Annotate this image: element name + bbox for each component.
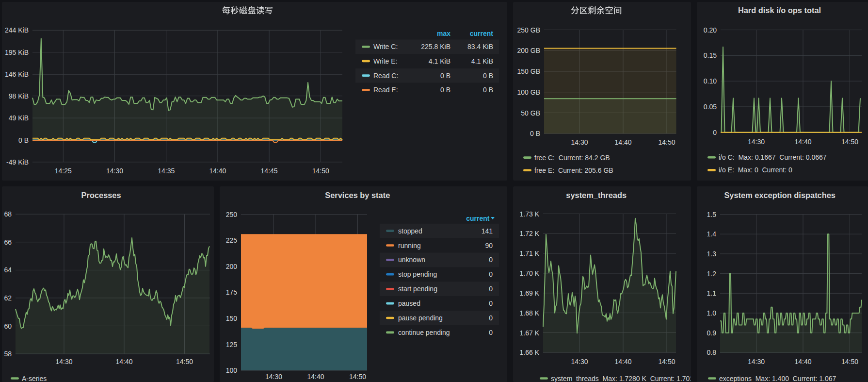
svg-text:0 B: 0 B xyxy=(483,72,493,80)
svg-text:14:50: 14:50 xyxy=(841,358,858,365)
svg-text:Write C:: Write C: xyxy=(373,43,398,50)
svg-text:Processes: Processes xyxy=(81,191,121,199)
svg-text:current: current xyxy=(466,215,490,222)
svg-text:14:40: 14:40 xyxy=(614,358,631,365)
svg-text:14:50: 14:50 xyxy=(658,358,675,365)
svg-text:0: 0 xyxy=(489,256,493,264)
svg-text:0.20: 0.20 xyxy=(704,26,717,34)
svg-text:start pending: start pending xyxy=(398,285,437,293)
svg-text:14:50: 14:50 xyxy=(176,358,193,365)
svg-text:1.72 K: 1.72 K xyxy=(520,230,540,237)
svg-text:1.66 K: 1.66 K xyxy=(520,349,540,356)
svg-text:0.15: 0.15 xyxy=(704,51,717,59)
svg-text:50 GB: 50 GB xyxy=(521,109,540,117)
svg-text:0: 0 xyxy=(489,314,493,322)
svg-text:14:30: 14:30 xyxy=(106,167,123,175)
svg-text:1.73 K: 1.73 K xyxy=(520,210,540,218)
svg-text:14:30: 14:30 xyxy=(748,138,765,146)
svg-text:unknown: unknown xyxy=(398,256,425,264)
svg-text:free E: Current: 205.6 GB: free E: Current: 205.6 GB xyxy=(534,166,613,174)
svg-text:0 B: 0 B xyxy=(440,72,450,80)
svg-text:66: 66 xyxy=(4,238,12,246)
svg-text:1.71 K: 1.71 K xyxy=(520,249,540,257)
svg-text:1.3: 1.3 xyxy=(707,250,717,258)
svg-text:64: 64 xyxy=(4,266,12,274)
svg-text:0: 0 xyxy=(713,129,717,136)
svg-text:146 KiB: 146 KiB xyxy=(5,70,29,78)
svg-text:83.4 KiB: 83.4 KiB xyxy=(467,43,493,50)
svg-text:14:40: 14:40 xyxy=(307,373,324,381)
svg-text:62: 62 xyxy=(4,294,12,302)
svg-text:stopped: stopped xyxy=(398,227,422,235)
svg-text:175: 175 xyxy=(226,288,238,296)
svg-text:Read E:: Read E: xyxy=(373,86,398,94)
svg-text:98 KiB: 98 KiB xyxy=(9,92,29,100)
svg-text:i/o C: Max: 0.1667 Current:: i/o C: Max: 0.1667 Current: 0.0667 xyxy=(719,153,827,161)
svg-text:0.05: 0.05 xyxy=(704,103,717,111)
svg-text:150 GB: 150 GB xyxy=(517,67,540,75)
svg-text:Write E:: Write E: xyxy=(373,57,398,65)
svg-text:14:40: 14:40 xyxy=(794,358,811,365)
svg-text:-49 KiB: -49 KiB xyxy=(6,158,29,166)
svg-text:A-series: A-series xyxy=(22,375,47,382)
svg-text:0.9: 0.9 xyxy=(707,329,717,337)
svg-text:current: current xyxy=(470,30,494,37)
svg-text:1.0: 1.0 xyxy=(707,309,717,317)
svg-text:pause pending: pause pending xyxy=(398,314,443,322)
svg-text:0 B: 0 B xyxy=(440,86,450,94)
svg-text:14:30: 14:30 xyxy=(265,373,282,381)
svg-text:running: running xyxy=(398,242,421,249)
svg-text:1.69 K: 1.69 K xyxy=(520,289,540,297)
svg-text:i/o E: Max: 0 Current: 0: i/o E: Max: 0 Current: 0 xyxy=(719,166,792,174)
svg-text:0.10: 0.10 xyxy=(704,77,717,85)
svg-text:141: 141 xyxy=(482,227,493,235)
svg-text:100 GB: 100 GB xyxy=(517,88,540,96)
svg-text:0: 0 xyxy=(489,285,493,293)
svg-text:0 B: 0 B xyxy=(18,136,29,144)
svg-text:paused: paused xyxy=(398,299,420,307)
svg-text:49 KiB: 49 KiB xyxy=(9,114,29,122)
svg-text:14:50: 14:50 xyxy=(349,373,366,381)
svg-text:1.1: 1.1 xyxy=(707,289,717,297)
svg-text:14:40: 14:40 xyxy=(794,138,811,146)
svg-text:0: 0 xyxy=(489,299,493,307)
svg-text:14:40: 14:40 xyxy=(209,167,226,175)
svg-text:4.1 KiB: 4.1 KiB xyxy=(429,57,450,65)
svg-text:14:35: 14:35 xyxy=(158,167,175,175)
svg-text:100: 100 xyxy=(226,366,238,374)
svg-text:1.70 K: 1.70 K xyxy=(520,269,540,277)
svg-text:system_threads Max: 1.7280 K: system_threads Max: 1.7280 K Current: 1.… xyxy=(551,375,704,382)
svg-text:14:30: 14:30 xyxy=(571,358,588,365)
svg-text:60: 60 xyxy=(4,322,12,330)
svg-text:200: 200 xyxy=(226,263,238,270)
svg-text:max: max xyxy=(437,30,450,37)
svg-text:1.2: 1.2 xyxy=(707,270,717,278)
svg-text:14:30: 14:30 xyxy=(571,138,588,146)
svg-text:1.4: 1.4 xyxy=(707,230,717,238)
svg-text:1.67 K: 1.67 K xyxy=(520,329,540,337)
svg-text:150: 150 xyxy=(226,315,238,322)
svg-text:14:30: 14:30 xyxy=(748,358,765,365)
svg-text:225.8 KiB: 225.8 KiB xyxy=(421,43,450,50)
svg-text:stop pending: stop pending xyxy=(398,270,437,278)
svg-text:Hard disk i/o ops total: Hard disk i/o ops total xyxy=(738,6,821,15)
svg-text:225: 225 xyxy=(226,236,238,244)
svg-text:195 KiB: 195 KiB xyxy=(5,49,29,56)
svg-text:System exception dispatches: System exception dispatches xyxy=(724,191,836,199)
svg-text:1.5: 1.5 xyxy=(707,211,717,218)
svg-text:250: 250 xyxy=(226,211,238,218)
svg-text:90: 90 xyxy=(485,242,493,249)
svg-text:continue pending: continue pending xyxy=(398,329,450,336)
svg-text:0 B: 0 B xyxy=(530,130,540,137)
svg-text:system_threads: system_threads xyxy=(566,191,627,199)
svg-text:14:45: 14:45 xyxy=(261,167,278,175)
svg-text:0 B: 0 B xyxy=(483,86,493,94)
svg-text:4.1 KiB: 4.1 KiB xyxy=(471,57,493,65)
svg-text:Services by state: Services by state xyxy=(325,191,390,199)
svg-text:1.68 K: 1.68 K xyxy=(520,309,540,317)
svg-text:68: 68 xyxy=(4,210,12,218)
svg-text:14:50: 14:50 xyxy=(312,167,329,175)
svg-text:14:30: 14:30 xyxy=(55,358,72,365)
svg-text:free C: Current: 84.2 GB: free C: Current: 84.2 GB xyxy=(534,154,610,162)
svg-text:0: 0 xyxy=(489,270,493,278)
